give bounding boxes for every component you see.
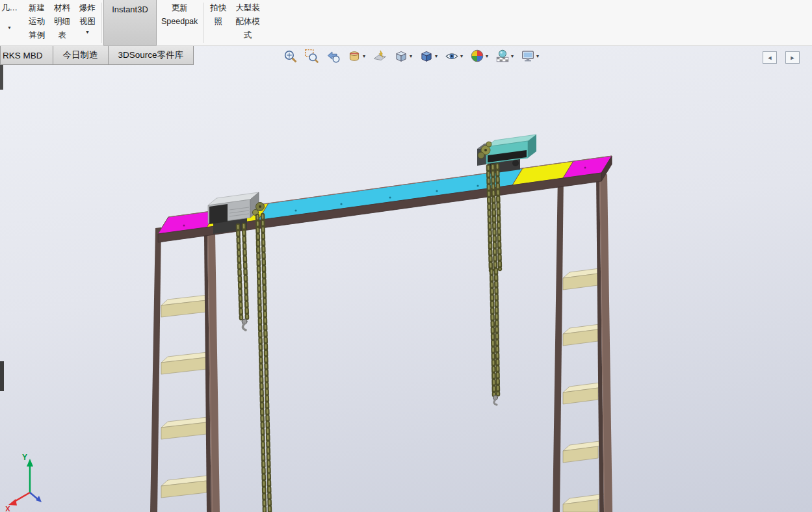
toolbar-button-label: 材料 [54, 1, 70, 15]
commandmanager-tabs: RKS MBD 今日制造 3DSource零件库 [0, 46, 193, 65]
large-assembly-mode-button[interactable]: 大型装 配体模 式 [231, 0, 265, 45]
collapse-pane-right-button[interactable]: ► [785, 51, 800, 64]
new-motion-study-button[interactable]: 新建 运动 算例 [24, 0, 49, 45]
triad-y-arrow [27, 459, 33, 467]
right-ladder-column [553, 173, 612, 512]
toolbar-button-label: 配体模 [235, 15, 260, 29]
view-orientation-icon [394, 49, 408, 63]
left-edge-artifact [0, 65, 4, 391]
display-style-icon [419, 49, 434, 63]
zoom-to-area-button[interactable] [304, 48, 319, 64]
exploded-view-button[interactable]: 爆炸 视图 ▼ [75, 0, 100, 45]
toolbar-button-label: 明细 [54, 15, 70, 29]
dropdown-caret-icon: ▾ [410, 53, 412, 59]
toolbar-button-label: Speedpak [161, 15, 198, 29]
dynamic-annotation-views-icon [373, 49, 387, 63]
tab-today-manufacturing[interactable]: 今日制造 [53, 46, 109, 65]
tab-3dsource-parts-library[interactable]: 3DSource零件库 [108, 46, 194, 65]
hoist-left-panel [209, 204, 228, 224]
toolbar-button-label: 新建 [29, 1, 45, 15]
zoom-to-fit-icon [283, 49, 297, 63]
left-ladder-column [150, 227, 220, 512]
update-speedpak-button[interactable]: 更新 Speedpak [157, 0, 202, 45]
toolbar-button-label: 表 [58, 29, 66, 42]
toolbar-separator [101, 3, 102, 43]
arrow-right-icon: ► [790, 55, 796, 61]
triad-y-label: Y [22, 453, 27, 462]
section-view-button[interactable]: ▾ [347, 48, 366, 64]
toolbar-button-label: 视图 [79, 15, 96, 29]
tab-label: 3DSource零件库 [118, 49, 184, 61]
heads-up-view-toolbar: ▾ ▾ ▾ ▾ [282, 48, 540, 64]
dynamic-annotation-views-button[interactable] [372, 48, 387, 64]
toolbar-button-label: 拍快 [210, 1, 226, 15]
toolbar-button-label: 运动 [29, 15, 45, 29]
toolbar-button-label: 爆炸 [79, 1, 96, 15]
toolbar-button-label: 照 [215, 15, 223, 29]
dropdown-caret-icon: ▾ [363, 53, 365, 59]
dropdown-caret-icon: ▼ [7, 25, 12, 31]
graphics-viewport[interactable]: Y X [0, 46, 812, 512]
bill-of-materials-button[interactable]: 材料 明细 表 [49, 0, 75, 45]
tab-label: RKS MBD [3, 51, 43, 60]
toolbar-separator [203, 3, 204, 43]
toolbar-button-label: 几… [1, 1, 18, 15]
zoom-to-fit-button[interactable] [282, 48, 298, 64]
dropdown-caret-icon: ▾ [460, 53, 463, 59]
toolbar-button-label: 算例 [29, 29, 45, 42]
display-style-button[interactable]: ▾ [419, 48, 438, 64]
3d-model-canvas[interactable]: Y X [0, 46, 812, 512]
view-settings-icon [521, 49, 535, 63]
instant3d-button[interactable]: Instant3D [103, 0, 157, 45]
dropdown-caret-icon: ▾ [486, 53, 488, 59]
tab-solidworks-mbd[interactable]: RKS MBD [0, 46, 53, 65]
edit-appearance-button[interactable]: ▾ [469, 48, 489, 64]
toolbar-button-label: 式 [244, 29, 252, 42]
toolbar-button-label: 大型装 [235, 1, 260, 15]
arrow-left-icon: ◄ [767, 55, 773, 61]
view-orientation-button[interactable]: ▾ [393, 48, 413, 64]
edit-appearance-icon [470, 49, 484, 63]
toolbar-button-label: Instant3D [112, 3, 148, 16]
dropdown-caret-icon: ▾ [511, 53, 514, 59]
hide-show-items-icon [445, 49, 459, 63]
apply-scene-button[interactable]: ▾ [495, 48, 514, 64]
previous-view-button[interactable] [325, 48, 341, 64]
apply-scene-icon [495, 49, 510, 63]
toolbar-button-label: 更新 [172, 1, 188, 15]
hide-show-items-button[interactable]: ▾ [444, 48, 464, 64]
dropdown-caret-icon: ▼ [85, 30, 90, 35]
section-view-icon [347, 49, 361, 63]
triad-x-label: X [5, 505, 10, 512]
view-triad[interactable]: Y X [5, 453, 42, 512]
collapse-pane-left-button[interactable]: ◄ [763, 51, 777, 64]
dropdown-caret-icon: ▾ [536, 53, 539, 59]
dropdown-caret-icon: ▾ [435, 53, 438, 59]
take-snapshot-button[interactable]: 拍快 照 [205, 0, 231, 45]
pane-toggle-group: ◄ ► [763, 51, 800, 64]
toolbar-button-partial[interactable]: 几… ▼ [0, 0, 24, 45]
previous-view-icon [326, 49, 340, 63]
command-manager-toolbar: 几… ▼ 新建 运动 算例 材料 明细 表 爆炸 视图 ▼ Instant3D … [0, 0, 812, 46]
view-settings-button[interactable]: ▾ [520, 48, 540, 64]
zoom-to-area-icon [304, 49, 319, 63]
tab-label: 今日制造 [63, 49, 98, 61]
